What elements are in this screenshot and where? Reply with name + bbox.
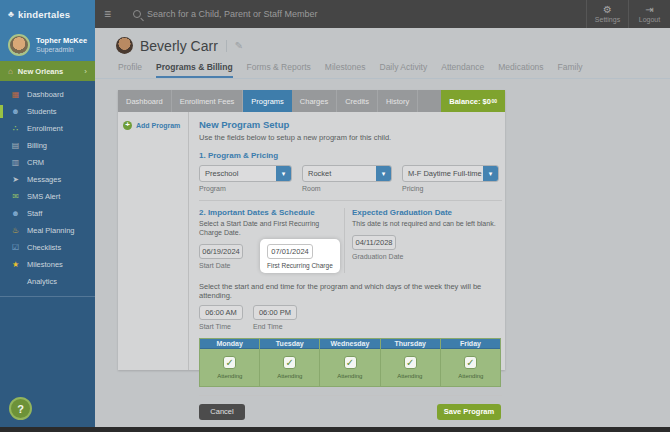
sidebar-item-checklists[interactable]: Checklists [0,239,95,256]
page-header: Beverly Carr ✎ Profile Programs & Billin… [95,28,670,79]
week-column-thursday: Thursday ✓Attending [381,339,441,386]
attending-label: Attending [337,372,362,378]
subtab-charges[interactable]: Charges [292,90,337,112]
attending-label: Attending [217,372,242,378]
location-selector[interactable]: ⌂ New Orleans › [0,61,95,81]
attending-checkbox[interactable]: ✓ [283,356,296,369]
day-header: Friday [441,339,500,349]
sidebar-divider [0,296,95,297]
subtab-history[interactable]: History [378,90,418,112]
pricing-select-value: M-F Daytime Full-time Peri [403,166,483,181]
global-search[interactable] [133,9,586,19]
sidebar-item-label: Messages [27,175,61,184]
sidebar-item-billing[interactable]: Billing [0,137,95,154]
billing-subtabs: Dashboard Enrollment Fees Programs Charg… [118,90,505,112]
divider [199,395,502,396]
attendance-week-table: Monday ✓Attending Tuesday ✓Attending Wed… [199,338,501,387]
sidebar-item-meal-planning[interactable]: Meal Planning [0,222,95,239]
logout-button[interactable]: ⇥ Logout [628,0,670,28]
search-icon [133,10,141,18]
brand-name: kindertales [18,9,70,20]
chat-bubble-icon [10,192,21,201]
sidebar-item-students[interactable]: Students [0,103,95,120]
pricing-select-label: Pricing [402,185,499,192]
child-avatar [116,37,133,54]
week-column-wednesday: Wednesday ✓Attending [320,339,380,386]
first-recurring-charge-input[interactable]: 07/01/2024 [267,244,313,259]
add-program-label: Add Program [136,122,180,129]
logout-icon: ⇥ [645,5,653,15]
bottom-edge-strip [0,427,670,432]
search-input[interactable] [147,9,407,19]
attending-checkbox[interactable]: ✓ [464,356,477,369]
user-role: Superadmin [36,46,87,53]
end-time-input[interactable]: 06:00 PM [253,305,297,320]
sidebar-item-sms-alert[interactable]: SMS Alert [0,188,95,205]
tab-programs-billing[interactable]: Programs & Billing [156,62,233,78]
tab-forms-reports[interactable]: Forms & Reports [247,62,311,78]
divider [226,40,227,52]
day-header: Tuesday [260,339,319,349]
subtab-dashboard[interactable]: Dashboard [118,90,172,112]
start-time-input[interactable]: 06:00 AM [199,305,243,320]
sidebar-item-label: Meal Planning [27,226,75,235]
dashboard-icon [10,90,21,99]
sidebar-item-crm[interactable]: CRM [0,154,95,171]
day-header: Wednesday [320,339,379,349]
tab-family[interactable]: Family [558,62,583,78]
sidebar-item-label: Milestones [27,260,63,269]
edit-pencil-icon[interactable]: ✎ [235,40,243,51]
subtab-credits[interactable]: Credits [337,90,378,112]
cancel-button[interactable]: Cancel [199,404,245,420]
tab-daily-activity[interactable]: Daily Activity [380,62,428,78]
sidebar-item-enrollment[interactable]: Enrollment [0,120,95,137]
hamburger-menu-icon[interactable]: ≡ [104,7,111,21]
help-button[interactable]: ? [9,397,32,420]
sidebar-item-milestones[interactable]: Milestones [0,256,95,273]
form-title: New Program Setup [199,119,502,130]
section-dates-title: 2. Important Dates & Schedule [199,208,338,217]
billing-icon [10,141,21,150]
sidebar-item-messages[interactable]: Messages [0,171,95,188]
attending-checkbox[interactable]: ✓ [344,356,357,369]
crm-icon [10,158,21,167]
pricing-select[interactable]: M-F Daytime Full-time Peri ▾ [402,165,499,182]
user-profile[interactable]: Topher McKee Superadmin [0,28,95,61]
tab-profile[interactable]: Profile [118,62,142,78]
tab-milestones[interactable]: Milestones [325,62,366,78]
attending-checkbox[interactable]: ✓ [404,356,417,369]
sidebar-item-dashboard[interactable]: Dashboard [0,86,95,103]
week-column-monday: Monday ✓Attending [200,339,260,386]
schoolhouse-icon: ⌂ [8,67,13,76]
settings-label: Settings [595,16,620,23]
students-icon [10,107,21,116]
meal-icon [10,226,21,235]
day-header: Thursday [381,339,440,349]
add-program-button[interactable]: + Add Program [123,121,183,130]
sidebar-item-label: Checklists [27,243,61,252]
enrollment-icon [10,124,21,133]
balance-badge: Balance: $000 [441,90,505,112]
sidebar-item-label: Staff [27,209,42,218]
graduation-date-label: Graduation Date [352,253,403,260]
program-select[interactable]: Preschool ▾ [199,165,292,182]
save-program-button[interactable]: Save Program [437,404,501,420]
graduation-title: Expected Graduation Date [352,208,496,217]
sidebar-item-label: Dashboard [27,90,64,99]
subtab-enrollment-fees[interactable]: Enrollment Fees [172,90,244,112]
subtab-programs[interactable]: Programs [243,90,292,112]
tab-attendance[interactable]: Attendance [441,62,484,78]
sidebar-item-staff[interactable]: Staff [0,205,95,222]
start-date-input[interactable]: 06/19/2024 [199,244,243,259]
form-subtitle: Use the fields below to setup a new prog… [199,133,502,142]
balance-cents: 00 [491,98,497,104]
room-select[interactable]: Rocket ▾ [302,165,392,182]
attending-label: Attending [398,372,423,378]
attending-checkbox[interactable]: ✓ [223,356,236,369]
graduation-date-input[interactable]: 04/11/2028 [352,235,396,250]
sidebar-item-analytics[interactable]: Analytics [0,273,95,290]
settings-button[interactable]: ⚙ Settings [586,0,628,28]
billing-panel: Dashboard Enrollment Fees Programs Charg… [118,90,505,370]
week-column-tuesday: Tuesday ✓Attending [260,339,320,386]
tab-medications[interactable]: Medications [498,62,543,78]
